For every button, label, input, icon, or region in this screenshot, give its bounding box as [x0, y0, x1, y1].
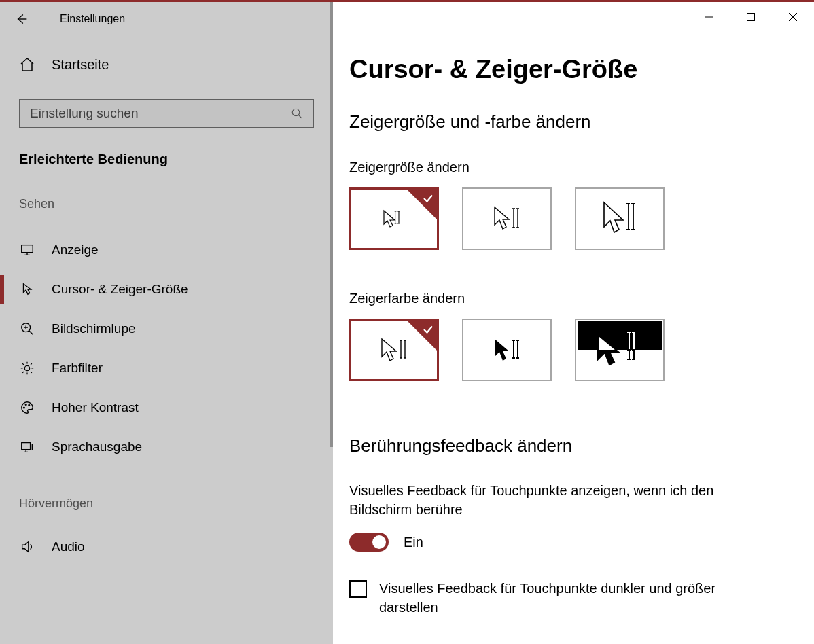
sidebar-item-audio[interactable]: Audio — [0, 527, 333, 567]
sidebar-item-label: Farbfilter — [52, 361, 103, 376]
sidebar-item-hoher-kontrast[interactable]: Hoher Kontrast — [0, 388, 333, 427]
svg-point-5 — [25, 404, 26, 406]
sidebar-group-hoervermoegen: Hörvermögen — [0, 467, 333, 524]
sidebar-item-label: Anzeige — [52, 243, 99, 257]
content-panel: Cursor- & Zeiger-Größe Zeigergröße und -… — [333, 2, 814, 644]
search-icon — [291, 107, 303, 120]
svg-rect-8 — [747, 14, 755, 21]
svg-rect-9 — [578, 321, 662, 350]
pointer-size-large[interactable] — [575, 187, 665, 250]
brightness-icon — [19, 361, 35, 376]
minimize-button[interactable] — [688, 2, 730, 32]
cursor-icon — [19, 282, 35, 297]
sidebar-item-sprachausgabe[interactable]: Sprachausgabe — [0, 427, 333, 467]
pointer-size-small[interactable] — [349, 187, 439, 250]
home-icon — [19, 56, 35, 73]
sidebar-item-bildschirmlupe[interactable]: Bildschirmlupe — [0, 309, 333, 348]
speaker-icon — [19, 539, 35, 554]
sidebar-home-label: Startseite — [52, 57, 109, 73]
sidebar-item-cursor-zeiger[interactable]: Cursor- & Zeiger-Größe — [0, 270, 333, 309]
titlebar-left: Einstellungen — [0, 2, 333, 36]
sidebar-item-label: Sprachausgabe — [52, 440, 142, 454]
sidebar-item-label: Bildschirmlupe — [52, 321, 136, 336]
search-placeholder: Einstellung suchen — [30, 106, 139, 121]
sidebar-item-anzeige[interactable]: Anzeige — [0, 230, 333, 270]
pointer-color-options — [349, 319, 798, 381]
check-icon — [422, 323, 434, 336]
svg-point-6 — [29, 404, 30, 406]
svg-rect-7 — [22, 443, 31, 450]
svg-point-0 — [292, 109, 300, 116]
svg-rect-1 — [22, 245, 33, 253]
pointer-large-icon — [595, 198, 645, 239]
pointer-small-icon — [377, 205, 411, 232]
narrator-icon — [19, 440, 35, 454]
touch-description: Visuelles Feedback für Touchpunkte anzei… — [349, 481, 771, 519]
svg-point-4 — [24, 407, 25, 408]
sidebar-category: Erleichterte Bedienung — [0, 128, 333, 167]
pointer-color-label: Zeigerfarbe ändern — [349, 291, 798, 306]
touch-feedback-toggle[interactable] — [349, 533, 389, 552]
sidebar: Einstellungen Startseite Einstellung suc… — [0, 2, 333, 644]
sidebar-group-sehen: Sehen — [0, 167, 333, 225]
page-title: Cursor- & Zeiger-Größe — [349, 55, 798, 84]
magnifier-plus-icon — [19, 321, 35, 336]
touch-darker-checkbox[interactable] — [349, 580, 367, 598]
svg-point-3 — [24, 365, 29, 370]
check-icon — [422, 192, 434, 204]
back-button[interactable] — [14, 11, 30, 27]
window-title: Einstellungen — [60, 13, 125, 25]
pointer-color-inverted[interactable] — [575, 319, 665, 381]
close-button[interactable] — [772, 2, 814, 32]
palette-icon — [19, 400, 35, 415]
pointer-black-icon — [486, 334, 527, 366]
pointer-size-medium[interactable] — [462, 187, 552, 250]
sidebar-item-label: Cursor- & Zeiger-Größe — [52, 282, 188, 297]
monitor-icon — [19, 243, 35, 257]
pointer-size-options — [349, 187, 798, 250]
sidebar-item-farbfilter[interactable]: Farbfilter — [0, 348, 333, 388]
maximize-button[interactable] — [730, 2, 772, 32]
section-touch: Berührungsfeedback ändern — [349, 435, 798, 457]
sidebar-item-label: Hoher Kontrast — [52, 400, 139, 415]
pointer-size-label: Zeigergröße ändern — [349, 160, 798, 175]
search-input[interactable]: Einstellung suchen — [19, 99, 314, 128]
pointer-medium-icon — [486, 202, 527, 236]
pointer-inverted-icon — [576, 320, 663, 380]
pointer-color-black[interactable] — [462, 319, 552, 381]
sidebar-home[interactable]: Startseite — [0, 36, 333, 86]
touch-toggle-state: Ein — [404, 535, 423, 550]
touch-darker-label: Visuelles Feedback für Touchpunkte dunkl… — [379, 579, 760, 617]
section-size-color: Zeigergröße und -farbe ändern — [349, 111, 798, 132]
sidebar-item-label: Audio — [52, 539, 85, 554]
pointer-color-white[interactable] — [349, 319, 439, 381]
